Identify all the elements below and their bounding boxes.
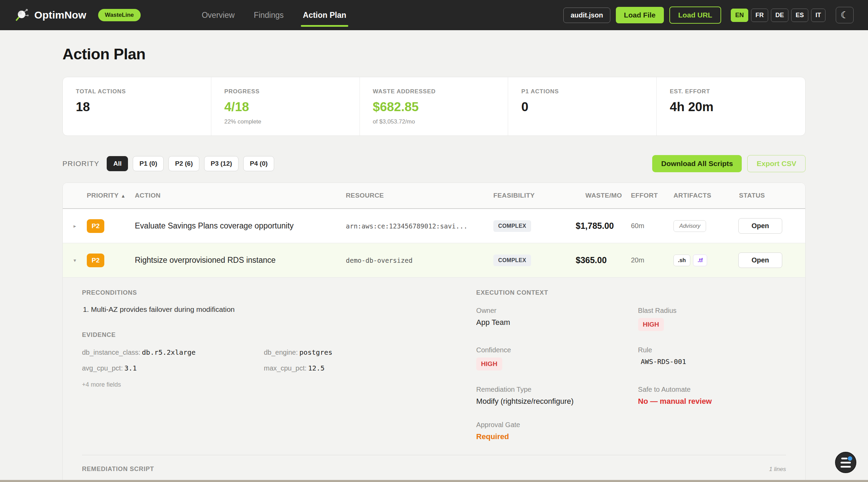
- artifact-advisory-chip: Advisory: [673, 220, 706, 232]
- more-fields-note: +4 more fields: [82, 381, 476, 388]
- detail-right-column: EXECUTION CONTEXT Owner App Team Blast R…: [476, 289, 786, 441]
- nav-overview[interactable]: Overview: [202, 0, 235, 30]
- col-feasibility[interactable]: FEASIBILITY: [493, 192, 576, 199]
- evidence-item: max_cpu_pct: 12.5: [264, 364, 432, 372]
- table-row[interactable]: ▸ P2 Evaluate Savings Plans coverage opp…: [63, 209, 805, 243]
- table-row[interactable]: ▾ P2 Rightsize overprovisioned RDS insta…: [63, 243, 805, 278]
- status-open-button[interactable]: Open: [738, 252, 782, 268]
- waste-per-month: $365.00: [576, 255, 622, 265]
- dark-mode-toggle[interactable]: ☾: [836, 7, 854, 23]
- filter-p1-button[interactable]: P1 (0): [133, 156, 164, 171]
- execution-context-grid: Owner App Team Blast Radius HIGH Confide…: [476, 307, 786, 441]
- action-table: PRIORITY▲ ACTION RESOURCE FEASIBILITY WA…: [62, 183, 806, 482]
- blast-radius-badge: HIGH: [638, 318, 664, 331]
- stat-value: $682.85: [373, 100, 495, 114]
- stat-label: WASTE ADDRESSED: [373, 88, 495, 95]
- feedback-widget-button[interactable]: [835, 452, 856, 473]
- filter-p4-button[interactable]: P4 (0): [243, 156, 274, 171]
- dataset-badge: WasteLine: [98, 9, 141, 21]
- nav-action-plan[interactable]: Action Plan: [303, 0, 347, 30]
- load-file-button[interactable]: Load File: [616, 7, 664, 23]
- priority-filter-bar: PRIORITY All P1 (0) P2 (6) P3 (12) P4 (0…: [62, 155, 806, 172]
- stat-value: 4h 20m: [670, 100, 792, 114]
- lang-es-button[interactable]: ES: [791, 9, 808, 22]
- col-effort[interactable]: EFFORT: [622, 192, 673, 199]
- preconditions-list: Multi-AZ provides failover during modifi…: [91, 305, 476, 314]
- filter-p2-button[interactable]: P2 (6): [168, 156, 199, 171]
- stat-value: 4/18: [224, 100, 347, 114]
- collapse-caret-icon[interactable]: ▾: [63, 257, 87, 263]
- stat-sub: 22% complete: [224, 118, 347, 125]
- evidence-grid: db_instance_class: db.r5.2xlarge db_engi…: [82, 348, 432, 372]
- col-artifacts[interactable]: ARTIFACTS: [673, 192, 734, 199]
- export-csv-button[interactable]: Export CSV: [747, 155, 806, 172]
- nav-findings[interactable]: Findings: [254, 0, 284, 30]
- resource-id: arn:aws:ce:123456789012:savi...: [346, 222, 493, 230]
- stat-value: 18: [76, 100, 198, 114]
- stat-value: 0: [521, 100, 643, 114]
- ctx-approval-gate: Approval Gate Required: [476, 421, 624, 441]
- evidence-item: db_engine: postgres: [264, 348, 432, 356]
- stat-waste-addressed: WASTE ADDRESSED $682.85 of $3,053.72/mo: [360, 77, 508, 136]
- stat-label: PROGRESS: [224, 88, 347, 95]
- sort-asc-icon: ▲: [121, 193, 126, 199]
- brand-name: OptimNow: [34, 9, 86, 21]
- download-all-scripts-button[interactable]: Download All Scripts: [652, 155, 742, 172]
- loaded-file-chip[interactable]: audit.json: [563, 8, 610, 23]
- stat-sub: of $3,053.72/mo: [373, 118, 495, 125]
- precondition-item: Multi-AZ provides failover during modifi…: [91, 305, 476, 314]
- priority-filter-label: PRIORITY: [62, 160, 99, 168]
- col-priority[interactable]: PRIORITY▲: [87, 192, 135, 199]
- detail-left-column: PRECONDITIONS Multi-AZ provides failover…: [82, 289, 476, 441]
- widget-menu-icon: [841, 458, 847, 459]
- ctx-confidence: Confidence HIGH: [476, 346, 624, 371]
- screen-bottom-edge: [0, 480, 868, 482]
- top-nav-bar: OptimNow WasteLine Overview Findings Act…: [0, 0, 868, 30]
- confidence-badge: HIGH: [476, 357, 502, 371]
- page-title: Action Plan: [62, 45, 806, 63]
- optimnow-logo-icon: [14, 8, 29, 22]
- col-action[interactable]: ACTION: [135, 192, 346, 199]
- evidence-item: db_instance_class: db.r5.2xlarge: [82, 348, 250, 356]
- main-content: Action Plan TOTAL ACTIONS 18 PROGRESS 4/…: [0, 45, 868, 482]
- col-resource[interactable]: RESOURCE: [346, 192, 493, 199]
- status-open-button[interactable]: Open: [738, 218, 782, 234]
- feasibility-badge: COMPLEX: [493, 255, 531, 266]
- waste-per-month: $1,785.00: [576, 221, 622, 231]
- stat-sub: [670, 118, 792, 124]
- col-waste[interactable]: WASTE/MO: [576, 192, 622, 199]
- remediation-script-title: REMEDIATION SCRIPT: [82, 466, 154, 473]
- ctx-owner: Owner App Team: [476, 307, 624, 331]
- effort-estimate: 60m: [622, 222, 673, 230]
- stat-label: P1 ACTIONS: [521, 88, 643, 95]
- evidence-title: EVIDENCE: [82, 331, 476, 339]
- expand-caret-icon[interactable]: ▸: [63, 223, 87, 229]
- col-status[interactable]: STATUS: [734, 192, 805, 199]
- table-header-row: PRIORITY▲ ACTION RESOURCE FEASIBILITY WA…: [63, 183, 805, 209]
- action-title: Evaluate Savings Plans coverage opportun…: [135, 221, 346, 231]
- artifact-sh-chip[interactable]: .sh: [673, 255, 690, 266]
- moon-icon: ☾: [841, 10, 849, 21]
- filter-p3-button[interactable]: P3 (12): [204, 156, 238, 171]
- lang-it-button[interactable]: IT: [811, 9, 825, 22]
- table-actions: Download All Scripts Export CSV: [652, 155, 806, 172]
- ctx-blast-radius: Blast Radius HIGH: [638, 307, 786, 331]
- stat-sub: [76, 118, 198, 124]
- lang-en-button[interactable]: EN: [731, 9, 748, 22]
- load-url-button[interactable]: Load URL: [669, 7, 721, 24]
- stat-label: EST. EFFORT: [670, 88, 792, 95]
- language-switcher: EN FR DE ES IT: [731, 9, 825, 22]
- remediation-script-section: REMEDIATION SCRIPT 1 lines aws rds modif…: [82, 455, 786, 482]
- stat-progress: PROGRESS 4/18 22% complete: [211, 77, 360, 136]
- effort-estimate: 20m: [622, 256, 673, 264]
- lang-fr-button[interactable]: FR: [751, 9, 768, 22]
- action-title: Rightsize overprovisioned RDS instance: [135, 256, 346, 265]
- stat-total-actions: TOTAL ACTIONS 18: [63, 77, 211, 136]
- expanded-detail-panel: PRECONDITIONS Multi-AZ provides failover…: [63, 278, 805, 482]
- feasibility-badge: COMPLEX: [493, 220, 531, 232]
- lang-de-button[interactable]: DE: [771, 9, 788, 22]
- brand: OptimNow WasteLine: [14, 8, 141, 22]
- artifact-tf-chip[interactable]: .tf: [693, 255, 707, 266]
- evidence-item: avg_cpu_pct: 3.1: [82, 364, 250, 372]
- filter-all-button[interactable]: All: [107, 156, 128, 171]
